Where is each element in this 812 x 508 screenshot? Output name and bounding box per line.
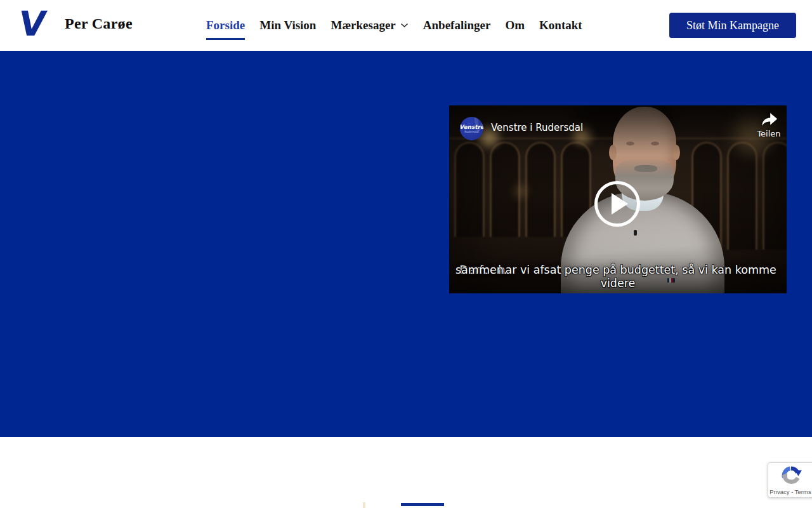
nav-item-maerkesager[interactable]: Mærkesager [331, 18, 408, 32]
nav-label: Kontakt [539, 18, 582, 32]
site-title[interactable]: Per Carøe [65, 15, 133, 32]
section-accent-cream [363, 502, 365, 508]
share-icon [760, 113, 778, 127]
share-label: Teilen [749, 129, 787, 138]
subtitle-line: sammen. [455, 264, 507, 277]
nav-label: Anbefalinger [423, 18, 491, 32]
recaptcha-privacy-terms[interactable]: Privacy - Terms [768, 488, 812, 495]
hero-section: V Venstre Rudersdal Venstre i Rudersdal … [0, 51, 812, 437]
chevron-down-icon [400, 23, 409, 28]
page: V Per Carøe Forside Min Vision Mærkesage… [0, 0, 812, 508]
nav-label: Mærkesager [331, 18, 395, 32]
play-icon [612, 193, 628, 215]
video-title-link[interactable]: Venstre i Rudersdal [491, 122, 583, 133]
nav-label: Min Vision [259, 18, 316, 32]
share-button[interactable]: Teilen [749, 113, 787, 138]
nav-item-min-vision[interactable]: Min Vision [259, 18, 316, 32]
nav-item-kontakt[interactable]: Kontakt [539, 18, 582, 32]
youtube-video-player[interactable]: V Venstre Rudersdal Venstre i Rudersdal … [449, 105, 787, 293]
recaptcha-badge[interactable]: Privacy - Terms [768, 462, 812, 498]
play-button[interactable] [594, 181, 640, 227]
section-accent-bar [401, 503, 444, 506]
support-campaign-button[interactable]: Støt Min Kampagne [669, 13, 796, 38]
recaptcha-icon [780, 464, 802, 487]
header: V Per Carøe Forside Min Vision Mærkesage… [0, 0, 812, 51]
nav-item-anbefalinger[interactable]: Anbefalinger [423, 18, 491, 32]
nav-item-forside[interactable]: Forside [206, 18, 245, 32]
channel-avatar[interactable]: V Venstre Rudersdal [460, 117, 483, 140]
main-nav: Forside Min Vision Mærkesager Anbefaling… [206, 0, 582, 51]
nav-label: Forside [206, 18, 245, 32]
venstre-logo[interactable]: V [16, 5, 48, 43]
nav-label: Om [505, 18, 525, 32]
nav-item-om[interactable]: Om [505, 18, 525, 32]
